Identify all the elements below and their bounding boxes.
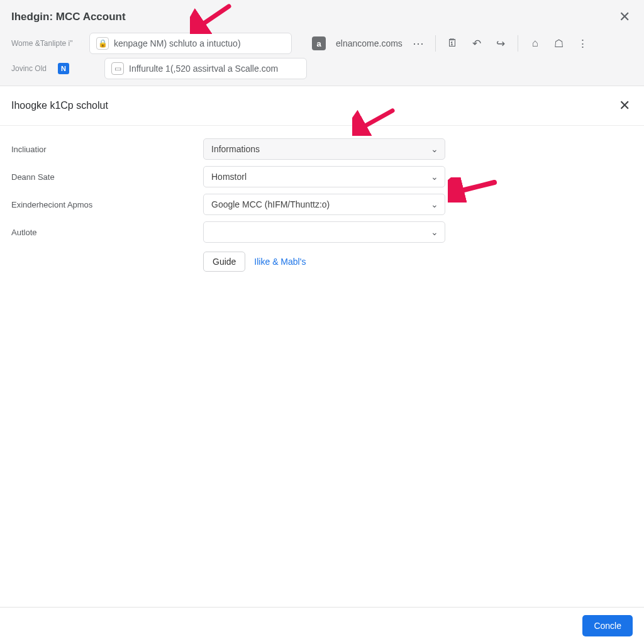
select-exinder[interactable]: Google MCC (hIFM/Thunttz:o) ⌄ [203,194,445,215]
form-row-exinder: Exinderheciont Apmos Google MCC (hIFM/Th… [11,194,633,215]
window-close-icon[interactable]: ✕ [616,8,633,26]
more-dots-icon[interactable]: ⋯ [413,36,425,50]
form-actions: Guide Ilike & Mabl's [203,252,633,272]
lock-icon: 🔒 [96,37,109,50]
current-domain: elnancome.coms [336,38,402,48]
address-bar-text: kenpage NM) schluto a intuctuo) [114,38,241,48]
undo-icon[interactable]: ↶ [470,36,484,50]
toolbar-right: a elnancome.coms ⋯ 🗓 ↶ ↪ ⌂ ☖ ⋮ [312,35,590,52]
label-incliuatior: Incliuatior [11,145,203,154]
forward-icon[interactable]: ↪ [494,36,508,50]
modal: Ihoogke k1Cp scholut ✕ Incliuatior Infor… [0,86,644,283]
profile-icon[interactable]: ☖ [552,36,566,50]
form-row-deannsate: Deann Sate Homstorl ⌄ [11,166,633,187]
select-deannsate[interactable]: Homstorl ⌄ [203,166,445,187]
kebab-menu-icon[interactable]: ⋮ [576,36,590,50]
breadcrumb-2: Jovinc Old [11,64,49,73]
n-badge-icon[interactable]: N [58,63,69,74]
window-title: Ihedgin: MCC Account [11,11,126,23]
secondary-address-text: Inffurulte 1(,520 assirtval a Scalle.com [129,64,278,74]
breadcrumb-1: Wome &Tanlipte i" [11,39,80,48]
separator [518,35,518,52]
page-icon: ▭ [111,62,124,75]
label-exinder: Exinderheciont Apmos [11,200,203,209]
modal-header: Ihoogke k1Cp scholut ✕ [0,86,644,126]
more-link[interactable]: Ilike & Mabl's [254,257,306,267]
label-autlote: Autlote [11,228,203,237]
form: Incliuatior Informations ⌄ Deann Sate Ho… [0,126,644,283]
form-row-incliuatior: Incliuatior Informations ⌄ [11,138,633,160]
select-autlote[interactable]: ⌄ [203,221,445,243]
calendar-icon[interactable]: 🗓 [446,36,460,50]
guide-button[interactable]: Guide [203,252,245,272]
app-badge-icon[interactable]: a [312,36,326,50]
select-exinder-value: Google MCC (hIFM/Thunttz:o) [211,199,330,209]
secondary-address-bar[interactable]: ▭ Inffurulte 1(,520 assirtval a Scalle.c… [104,58,307,79]
primary-action-button[interactable]: Concle [582,615,633,636]
home-icon[interactable]: ⌂ [528,36,542,50]
address-bar[interactable]: 🔒 kenpage NM) schluto a intuctuo) [89,33,292,54]
top-toolbar: Ihedgin: MCC Account ✕ Wome &Tanlipte i"… [0,0,644,86]
select-incliuatior[interactable]: Informations ⌄ [203,138,445,160]
modal-title: Ihoogke k1Cp scholut [11,100,108,111]
label-deannsate: Deann Sate [11,172,203,182]
select-deannsate-value: Homstorl [211,172,247,182]
footer-bar: Concle [0,607,644,644]
chevron-down-icon: ⌄ [431,144,438,154]
chevron-down-icon: ⌄ [431,227,438,237]
select-incliuatior-value: Informations [211,144,260,154]
chevron-down-icon: ⌄ [431,199,438,209]
modal-close-icon[interactable]: ✕ [616,96,633,115]
form-row-autlote: Autlote ⌄ [11,221,633,243]
separator [435,35,436,52]
chevron-down-icon: ⌄ [431,172,438,182]
